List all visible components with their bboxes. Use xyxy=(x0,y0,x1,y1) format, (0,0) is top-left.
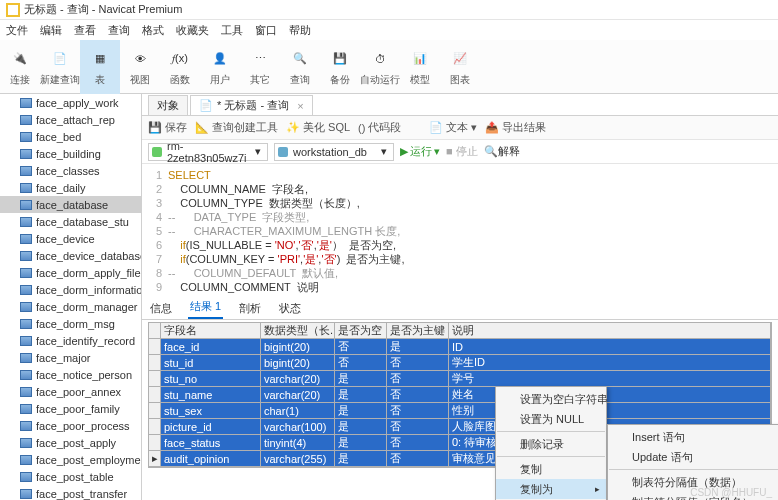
menu-bar: 文件编辑查看查询格式收藏夹工具窗口帮助 xyxy=(0,20,778,40)
table-icon xyxy=(20,319,32,329)
toolbar-newq-button[interactable]: 📄新建查询 xyxy=(40,40,80,94)
toolbar-chart-button[interactable]: 📈图表 xyxy=(440,40,480,94)
menu-item[interactable]: 复制为 xyxy=(496,479,606,499)
menu-帮助[interactable]: 帮助 xyxy=(289,23,311,38)
grid-row[interactable]: stu_namevarchar(20)是否姓名 xyxy=(149,387,771,403)
table-row[interactable]: face_post_table xyxy=(0,468,141,485)
save-button[interactable]: 💾 保存 xyxy=(148,120,187,135)
table-row[interactable]: face_notice_person xyxy=(0,366,141,383)
model-icon: 📊 xyxy=(408,47,432,71)
code-snippet-button[interactable]: ()代码段 xyxy=(358,120,401,135)
col-header[interactable]: 数据类型（长. xyxy=(261,323,335,339)
subtab-0[interactable]: 信息 xyxy=(148,298,174,319)
close-tab-icon[interactable]: × xyxy=(297,100,303,112)
sql-editor[interactable]: 1SELECT2 COLUMN_NAME 字段名,3 COLUMN_TYPE 数… xyxy=(142,164,778,294)
subtab-3[interactable]: 状态 xyxy=(277,298,303,319)
stop-button[interactable]: ■ 停止 xyxy=(446,144,478,159)
toolbar-table-button[interactable]: ▦表 xyxy=(80,40,120,94)
table-row[interactable]: face_device_database xyxy=(0,247,141,264)
table-row[interactable]: face_dorm_information xyxy=(0,281,141,298)
table-row[interactable]: face_database xyxy=(0,196,141,213)
title-bar: 无标题 - 查询 - Navicat Premium xyxy=(0,0,778,20)
grid-row[interactable]: stu_idbigint(20)否否学生ID xyxy=(149,355,771,371)
query-builder-button[interactable]: 📐 查询创建工具 xyxy=(195,120,278,135)
menu-编辑[interactable]: 编辑 xyxy=(40,23,62,38)
result-tabs: 信息结果 1剖析状态 xyxy=(142,298,778,320)
toolbar-model-button[interactable]: 📊模型 xyxy=(400,40,440,94)
table-row[interactable]: face_building xyxy=(0,145,141,162)
query-toolbar: 💾 保存 📐 查询创建工具 ✨ 美化 SQL ()代码段 📄 文本 ▾ 📤 导出… xyxy=(142,116,778,140)
server-select[interactable]: rm-2zetn83n05wz7i▾ xyxy=(148,143,268,161)
query-tab-icon: 📄 xyxy=(199,99,213,112)
table-row[interactable]: face_dorm_msg xyxy=(0,315,141,332)
toolbar-other-button[interactable]: ⋯其它 xyxy=(240,40,280,94)
table-icon xyxy=(20,472,32,482)
menu-item[interactable]: Insert 语句 xyxy=(608,427,778,447)
tab-objects[interactable]: 对象 xyxy=(148,95,188,115)
col-header[interactable]: 说明 xyxy=(449,323,771,339)
menu-查看[interactable]: 查看 xyxy=(74,23,96,38)
menu-收藏夹[interactable]: 收藏夹 xyxy=(176,23,209,38)
table-icon xyxy=(20,251,32,261)
table-icon xyxy=(20,455,32,465)
table-row[interactable]: face_apply_work xyxy=(0,94,141,111)
export-result-button[interactable]: 📤 导出结果 xyxy=(485,120,546,135)
run-button[interactable]: ▶ 运行 ▾ xyxy=(400,144,440,159)
table-row[interactable]: face_post_transfer xyxy=(0,485,141,500)
subtab-1[interactable]: 结果 1 xyxy=(188,296,223,319)
col-header[interactable]: 是否为主键 xyxy=(387,323,449,339)
menu-文件[interactable]: 文件 xyxy=(6,23,28,38)
table-row[interactable]: face_major xyxy=(0,349,141,366)
table-row[interactable]: face_classes xyxy=(0,162,141,179)
table-row[interactable]: face_database_stu xyxy=(0,213,141,230)
menu-格式[interactable]: 格式 xyxy=(142,23,164,38)
menu-查询[interactable]: 查询 xyxy=(108,23,130,38)
table-row[interactable]: face_post_apply xyxy=(0,434,141,451)
beautify-sql-button[interactable]: ✨ 美化 SQL xyxy=(286,120,350,135)
table-row[interactable]: face_poor_process xyxy=(0,417,141,434)
table-row[interactable]: face_identify_record xyxy=(0,332,141,349)
database-select[interactable]: workstation_db▾ xyxy=(274,143,394,161)
menu-item[interactable]: 设置为 NULL xyxy=(496,409,606,429)
col-header[interactable]: 是否为空 xyxy=(335,323,387,339)
toolbar-view-button[interactable]: 👁视图 xyxy=(120,40,160,94)
menu-item[interactable]: Update 语句 xyxy=(608,447,778,467)
context-menu[interactable]: 设置为空白字符串设置为 NULL删除记录复制复制为粘贴显示 xyxy=(495,386,607,500)
table-row[interactable]: face_attach_rep xyxy=(0,111,141,128)
table-row[interactable]: face_poor_annex xyxy=(0,383,141,400)
table-row[interactable]: face_bed xyxy=(0,128,141,145)
table-row[interactable]: face_poor_family xyxy=(0,400,141,417)
table-row[interactable]: face_dorm_apply_file xyxy=(0,264,141,281)
table-list-sidebar[interactable]: face_apply_workface_attach_repface_bedfa… xyxy=(0,94,142,500)
svg-rect-1 xyxy=(8,5,18,15)
table-row[interactable]: face_dorm_manager xyxy=(0,298,141,315)
tab-query[interactable]: 📄 * 无标题 - 查询 × xyxy=(190,95,313,115)
explain-button[interactable]: 🔍解释 xyxy=(484,144,520,159)
toolbar-plug-button[interactable]: 🔌连接 xyxy=(0,40,40,94)
toolbar-backup-button[interactable]: 💾备份 xyxy=(320,40,360,94)
menu-工具[interactable]: 工具 xyxy=(221,23,243,38)
grid-row[interactable]: face_idbigint(20)否是ID xyxy=(149,339,771,355)
view-icon: 👁 xyxy=(128,47,152,71)
toolbar-user-button[interactable]: 👤用户 xyxy=(200,40,240,94)
table-icon xyxy=(20,370,32,380)
table-row[interactable]: face_device xyxy=(0,230,141,247)
menu-item[interactable]: 复制 xyxy=(496,459,606,479)
table-icon xyxy=(20,217,32,227)
table-row[interactable]: face_post_employment xyxy=(0,451,141,468)
text-button[interactable]: 📄 文本 ▾ xyxy=(429,120,477,135)
col-header[interactable]: 字段名 xyxy=(161,323,261,339)
table-row[interactable]: face_daily xyxy=(0,179,141,196)
grid-row[interactable]: stu_novarchar(20)是否学号 xyxy=(149,371,771,387)
grid-row[interactable]: stu_sexchar(1)是否性别 xyxy=(149,403,771,419)
editor-tabs: 对象 📄 * 无标题 - 查询 × xyxy=(142,94,778,116)
subtab-2[interactable]: 剖析 xyxy=(237,298,263,319)
menu-item[interactable]: 删除记录 xyxy=(496,434,606,454)
user-icon: 👤 xyxy=(208,47,232,71)
toolbar-auto-button[interactable]: ⏱自动运行 xyxy=(360,40,400,94)
table-icon xyxy=(20,404,32,414)
toolbar-query-button[interactable]: 🔍查询 xyxy=(280,40,320,94)
toolbar-fx-button[interactable]: 𝑓(x)函数 xyxy=(160,40,200,94)
menu-窗口[interactable]: 窗口 xyxy=(255,23,277,38)
menu-item[interactable]: 设置为空白字符串 xyxy=(496,389,606,409)
